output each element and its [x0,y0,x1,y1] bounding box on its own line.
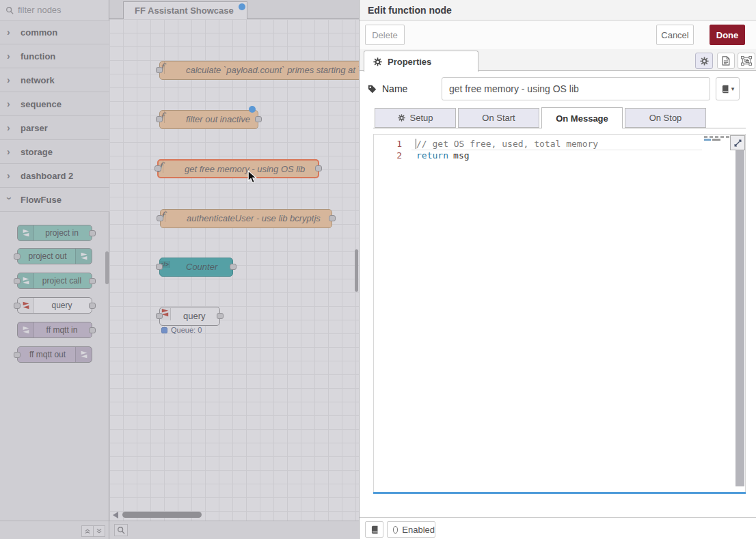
edit-tray: Edit function node Delete Cancel Done Pr… [359,0,756,539]
gear-icon [373,57,382,66]
tray-toolbar: Delete Cancel Done [360,20,756,49]
editor-focus-border [373,492,746,494]
tab-on-message[interactable]: On Message [541,107,623,128]
expand-editor-button[interactable] [730,135,745,150]
tab-on-start[interactable]: On Start [458,108,539,128]
circle-icon [393,526,398,534]
file-icon [721,56,731,66]
tab-properties[interactable]: Properties [364,51,478,72]
caret-down-icon: ▾ [731,85,735,92]
on-stop-tab-label: On Stop [649,113,682,123]
on-message-tab-label: On Message [556,113,608,124]
properties-view-button[interactable] [695,53,713,69]
line-number: 1 [374,138,411,150]
name-label-text: Name [382,83,407,94]
done-button[interactable]: Done [710,25,745,45]
library-button[interactable] [365,521,383,538]
minimap [704,136,731,138]
line-number: 2 [374,150,411,161]
setup-tab-label: Setup [410,113,433,123]
tab-on-stop[interactable]: On Stop [625,108,706,128]
library-dropdown-button[interactable]: ▾ [716,77,740,100]
tray-header: Edit function node [360,0,756,20]
appearance-view-button[interactable] [738,53,755,69]
keyword-return: return [416,150,448,161]
object-group-icon [741,56,752,66]
tab-setup[interactable]: Setup [375,108,456,128]
enabled-label: Enabled [402,525,435,535]
book-icon [721,85,729,94]
enabled-toggle-button[interactable]: Enabled [387,521,435,538]
code-line-2: returnmsg [416,150,470,161]
cancel-button[interactable]: Cancel [656,25,694,45]
book-icon [370,525,379,534]
tray-title: Edit function node [368,5,452,16]
name-field-label: Name [368,77,407,100]
gear-icon [700,57,709,66]
minimap [704,139,731,141]
tray-footer: Enabled [360,517,756,539]
mouse-cursor [247,170,258,184]
delete-button[interactable]: Delete [365,25,405,45]
code-line-1: // get OS free, used, total memory [416,138,598,150]
current-line-underline [411,150,702,150]
properties-tab-label: Properties [388,57,431,67]
name-input[interactable] [442,77,710,100]
workspace: › common › function › network › sequence… [0,0,359,539]
description-view-button[interactable] [717,53,735,69]
code-editor[interactable]: 1 2 // get OS free, used, total memory r… [373,134,746,494]
tag-icon [368,85,377,94]
editor-scrollbar[interactable] [735,150,744,486]
expand-icon [733,139,742,148]
code-msg: msg [453,150,469,161]
gear-icon [398,114,405,122]
node-red-editor: › common › function › network › sequence… [0,0,756,539]
tray-tabrow: Properties [360,49,756,71]
edit-shade-overlay [0,0,359,539]
on-start-tab-label: On Start [482,113,515,123]
